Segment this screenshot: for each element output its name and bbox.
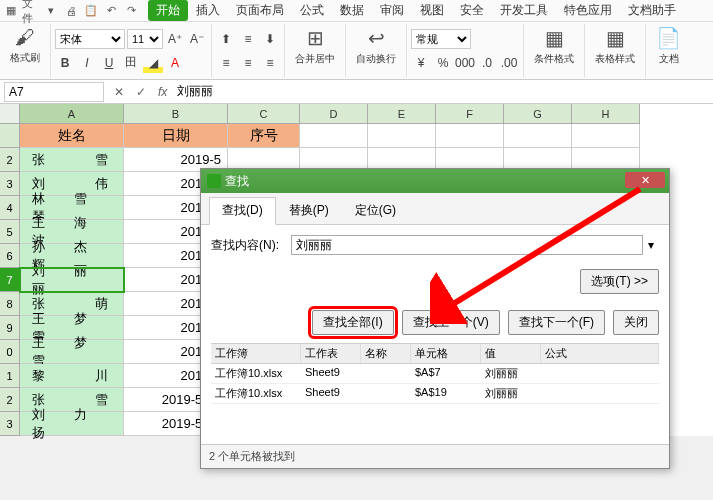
rowheader[interactable]	[0, 124, 20, 148]
bold-button[interactable]: B	[55, 53, 75, 73]
font-color-button[interactable]: A	[165, 53, 185, 73]
colheader-h[interactable]: H	[572, 104, 640, 124]
cell[interactable]: 张 雪	[20, 148, 124, 172]
cell[interactable]: 刘 力 扬	[20, 412, 124, 436]
cell[interactable]	[300, 124, 368, 148]
merge-center-button[interactable]: ⊞ 合并居中	[289, 24, 341, 68]
tab-view[interactable]: 视图	[412, 0, 452, 21]
fill-color-button[interactable]: ◢	[143, 53, 163, 73]
name-box[interactable]: A7	[4, 82, 104, 102]
cell[interactable]	[436, 124, 504, 148]
colheader-g[interactable]: G	[504, 104, 572, 124]
select-all-corner[interactable]	[0, 104, 20, 124]
comma-icon[interactable]: 000	[455, 53, 475, 73]
find-next-button[interactable]: 查找下一个(F)	[508, 310, 605, 335]
colheader-a[interactable]: A	[20, 104, 124, 124]
rh-wb[interactable]: 工作簿	[211, 344, 301, 363]
find-history-dropdown[interactable]: ▾	[643, 238, 659, 252]
result-row[interactable]: 工作簿10.xlsxSheet9$A$19刘丽丽	[211, 384, 659, 404]
rh-formula[interactable]: 公式	[541, 344, 659, 363]
cell[interactable]: 日期	[124, 124, 228, 148]
cell[interactable]: 刘 丽 丽	[20, 268, 124, 292]
align-left-icon[interactable]: ≡	[216, 53, 236, 73]
colheader-b[interactable]: B	[124, 104, 228, 124]
dialog-tab-find[interactable]: 查找(D)	[209, 197, 276, 225]
dialog-close-button[interactable]: ✕	[625, 172, 665, 188]
rowheader[interactable]: 3	[0, 172, 20, 196]
cell[interactable]: 黎 川	[20, 364, 124, 388]
dialog-tab-goto[interactable]: 定位(G)	[342, 197, 409, 224]
result-row[interactable]: 工作簿10.xlsxSheet9$A$7刘丽丽	[211, 364, 659, 384]
save-icon[interactable]: ▾	[42, 2, 60, 20]
rowheader[interactable]: 8	[0, 292, 20, 316]
tab-layout[interactable]: 页面布局	[228, 0, 292, 21]
cell[interactable]: 序号	[228, 124, 300, 148]
options-button[interactable]: 选项(T) >>	[580, 269, 659, 294]
tab-special[interactable]: 特色应用	[556, 0, 620, 21]
cell[interactable]	[504, 124, 572, 148]
dialog-tab-replace[interactable]: 替换(P)	[276, 197, 342, 224]
cond-format-button[interactable]: ▦ 条件格式	[528, 24, 580, 68]
rowheader[interactable]: 6	[0, 244, 20, 268]
redo-icon[interactable]: ↷	[122, 2, 140, 20]
fx-cancel-icon[interactable]: ✕	[108, 85, 130, 99]
cell[interactable]: 王 梦 雪	[20, 340, 124, 364]
rowheader[interactable]: 5	[0, 220, 20, 244]
tab-assistant[interactable]: 文档助手	[620, 0, 684, 21]
doc-button[interactable]: 📄 文档	[650, 24, 687, 68]
tab-insert[interactable]: 插入	[188, 0, 228, 21]
tab-review[interactable]: 审阅	[372, 0, 412, 21]
rowheader[interactable]: 0	[0, 340, 20, 364]
dialog-cancel-button[interactable]: 关闭	[613, 310, 659, 335]
colheader-c[interactable]: C	[228, 104, 300, 124]
percent-icon[interactable]: %	[433, 53, 453, 73]
align-bottom-icon[interactable]: ⬇	[260, 29, 280, 49]
align-top-icon[interactable]: ⬆	[216, 29, 236, 49]
font-name-select[interactable]: 宋体	[55, 29, 125, 49]
rh-val[interactable]: 值	[481, 344, 541, 363]
tab-data[interactable]: 数据	[332, 0, 372, 21]
tab-start[interactable]: 开始	[148, 0, 188, 21]
rowheader[interactable]: 3	[0, 412, 20, 436]
cell[interactable]	[368, 124, 436, 148]
number-format-select[interactable]: 常规	[411, 29, 471, 49]
colheader-f[interactable]: F	[436, 104, 504, 124]
format-painter-button[interactable]: 🖌 格式刷	[4, 24, 46, 67]
undo-icon[interactable]: ↶	[102, 2, 120, 20]
menu-file[interactable]: 文件	[22, 2, 40, 20]
decimal-inc-icon[interactable]: .0	[477, 53, 497, 73]
find-all-button[interactable]: 查找全部(I)	[312, 310, 393, 335]
align-center-icon[interactable]: ≡	[238, 53, 258, 73]
dialog-titlebar[interactable]: 查找 ✕	[201, 169, 669, 193]
italic-button[interactable]: I	[77, 53, 97, 73]
cell[interactable]	[572, 124, 640, 148]
rowheader[interactable]: 7	[0, 268, 20, 292]
find-input[interactable]	[291, 235, 643, 255]
rowheader[interactable]: 4	[0, 196, 20, 220]
rh-name[interactable]: 名称	[361, 344, 411, 363]
tab-security[interactable]: 安全	[452, 0, 492, 21]
fx-icon[interactable]: fx	[152, 85, 173, 99]
colheader-e[interactable]: E	[368, 104, 436, 124]
cell[interactable]: 姓名	[20, 124, 124, 148]
find-prev-button[interactable]: 查找上一个(V)	[402, 310, 500, 335]
decrease-font-icon[interactable]: A⁻	[187, 29, 207, 49]
colheader-d[interactable]: D	[300, 104, 368, 124]
table-style-button[interactable]: ▦ 表格样式	[589, 24, 641, 68]
tab-dev[interactable]: 开发工具	[492, 0, 556, 21]
qa-icon-1[interactable]: 🖨	[62, 2, 80, 20]
rh-ws[interactable]: 工作表	[301, 344, 361, 363]
decimal-dec-icon[interactable]: .00	[499, 53, 519, 73]
rowheader[interactable]: 1	[0, 364, 20, 388]
wrap-text-button[interactable]: ↩ 自动换行	[350, 24, 402, 68]
fx-accept-icon[interactable]: ✓	[130, 85, 152, 99]
align-middle-icon[interactable]: ≡	[238, 29, 258, 49]
rowheader[interactable]: 9	[0, 316, 20, 340]
currency-icon[interactable]: ¥	[411, 53, 431, 73]
rh-cell[interactable]: 单元格	[411, 344, 481, 363]
rowheader[interactable]: 2	[0, 388, 20, 412]
tab-formula[interactable]: 公式	[292, 0, 332, 21]
qa-icon-2[interactable]: 📋	[82, 2, 100, 20]
font-size-select[interactable]: 11	[127, 29, 163, 49]
underline-button[interactable]: U	[99, 53, 119, 73]
